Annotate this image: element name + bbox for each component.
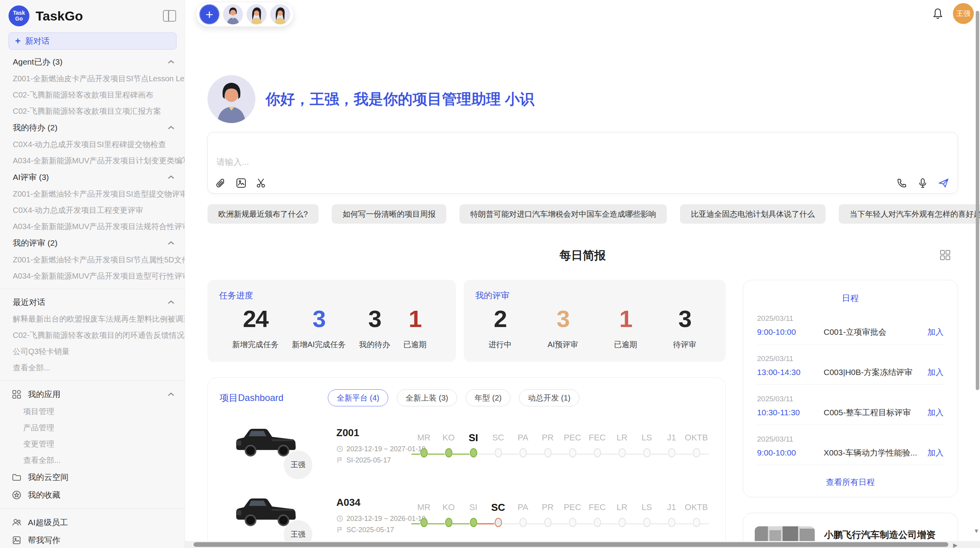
sidebar-item-help-writing[interactable]: 帮我写作 bbox=[0, 531, 185, 548]
suggestion-chip[interactable]: 比亚迪全固态电池计划具体说了什么 bbox=[680, 204, 826, 224]
stat-value: 1 bbox=[614, 304, 637, 334]
sidebar-item[interactable]: 查看全部... bbox=[0, 360, 185, 376]
sidebar-item-favorites[interactable]: 我的收藏 bbox=[0, 486, 185, 504]
sidebar-collapse-icon[interactable] bbox=[163, 10, 176, 22]
section-ai-review[interactable]: AI评审 (3) bbox=[0, 169, 185, 186]
schedule-date: 2025/03/11 bbox=[757, 314, 944, 323]
vertical-scrollbar-thumb[interactable] bbox=[976, 11, 979, 390]
milestone-dot bbox=[544, 518, 552, 527]
agent-avatar-2[interactable] bbox=[247, 4, 267, 24]
sidebar-item-my-apps[interactable]: 我的应用 bbox=[0, 385, 185, 403]
milestone: PR bbox=[535, 499, 560, 531]
section-title: 我的评审 (2) bbox=[13, 238, 58, 248]
suggestion-chip[interactable]: 如何写一份清晰的项目周报 bbox=[332, 204, 446, 224]
sidebar-item[interactable]: A034-全新新能源MUV产品开发项目造型可行性评审 bbox=[0, 268, 185, 284]
send-icon[interactable] bbox=[938, 178, 949, 188]
schedule-name: X003-车辆动力学性能验... bbox=[824, 447, 927, 458]
sidebar-item[interactable]: C02-飞腾新能源轻客改款项目里程碑画布 bbox=[0, 87, 185, 103]
sidebar-app-item[interactable]: 产品管理 bbox=[0, 420, 185, 436]
section-my-review[interactable]: 我的评审 (2) bbox=[0, 235, 185, 252]
stat-item: 3 AI预评审 bbox=[548, 304, 578, 350]
logo-text-top: Task bbox=[13, 10, 25, 16]
join-link[interactable]: 加入 bbox=[927, 367, 944, 378]
sidebar-item[interactable]: A034-全新新能源MUV产品开发项目法规符合性评审 bbox=[0, 218, 185, 235]
sidebar-item-ai-super-staff[interactable]: AI超级员工 bbox=[0, 514, 185, 531]
milestone-label: KO bbox=[436, 499, 461, 516]
agent-avatar-1[interactable] bbox=[223, 4, 243, 24]
join-link[interactable]: 加入 bbox=[927, 407, 944, 418]
chevron-up-icon bbox=[168, 60, 175, 64]
horizontal-scrollbar-thumb[interactable] bbox=[194, 542, 948, 547]
sidebar-item[interactable]: Z001-全新燃油轻卡产品开发项目SI节点属性5D文件评审 bbox=[0, 252, 185, 268]
scissors-icon[interactable] bbox=[256, 178, 267, 188]
sidebar-app-item[interactable]: 查看全部... bbox=[0, 452, 185, 468]
milestone: SI bbox=[461, 499, 486, 531]
schedule-card: 日程 2025/03/11 9:00-10:00 C001-立项审批会 加入 bbox=[743, 280, 958, 497]
sidebar-app-item[interactable]: 项目管理 bbox=[0, 403, 185, 420]
section-my-todo[interactable]: 我的待办 (2) bbox=[0, 119, 185, 136]
paperclip-icon[interactable] bbox=[216, 178, 226, 188]
project-row-z001[interactable]: 王强 Z001 2023-12-19 ~ 2027-01-19 bbox=[219, 415, 714, 476]
agent-avatar-3[interactable] bbox=[270, 4, 290, 24]
schedule-entry: 2025/03/11 10:30-11:30 C005-整车工程目标评审 加入 bbox=[757, 385, 944, 415]
dashboard-tab[interactable]: 全新上装 (3) bbox=[397, 389, 457, 406]
favorites-label: 我的收藏 bbox=[28, 490, 175, 500]
suggestion-chip[interactable]: 特朗普可能对进口汽车增税会对中国车企造成哪些影响 bbox=[459, 204, 667, 224]
milestone-label: FEC bbox=[585, 499, 610, 516]
sidebar-item[interactable]: 公司Q3轻卡销量 bbox=[0, 343, 185, 360]
image-icon[interactable] bbox=[236, 178, 247, 188]
sidebar-item[interactable]: Z001-全新燃油轻卡产品开发项目SI造型提交物评审 bbox=[0, 186, 185, 202]
project-row-a034[interactable]: 王强 A034 2023-12-19 ~ 2026-01-19 bbox=[219, 485, 714, 546]
sidebar-item[interactable]: C02-飞腾新能源轻客改款项目的闭环通告反馈情况 bbox=[0, 327, 185, 343]
vertical-scrollbar[interactable]: ▼ bbox=[975, 0, 979, 541]
view-all-schedule-link[interactable]: 查看所有日程 bbox=[757, 477, 944, 488]
project-code: Z001 bbox=[336, 427, 411, 439]
milestone-dot bbox=[569, 448, 576, 457]
phone-icon[interactable] bbox=[896, 178, 907, 188]
stat-item: 1 已逾期 bbox=[614, 304, 637, 350]
owner-badge: 王强 bbox=[284, 450, 312, 479]
stat-item: 3 待评审 bbox=[673, 304, 696, 350]
user-avatar[interactable]: 王强 bbox=[953, 3, 974, 24]
dashboard-tab[interactable]: 年型 (2) bbox=[466, 389, 511, 406]
bell-icon[interactable] bbox=[932, 7, 944, 20]
scroll-down-arrow[interactable]: ▼ bbox=[973, 527, 979, 534]
sidebar-item[interactable]: Z001-全新燃油皮卡产品开发项目SI节点Lesson Learn报告 bbox=[0, 70, 185, 87]
join-link[interactable]: 加入 bbox=[927, 327, 944, 337]
sidebar-item[interactable]: A034-全新新能源MUV产品开发项目计划变更类编写 bbox=[0, 152, 185, 169]
microphone-icon[interactable] bbox=[917, 178, 928, 188]
project-info: A034 2023-12-19 ~ 2026-01-19 SC-2025-05-… bbox=[336, 497, 411, 534]
input-right-tools bbox=[896, 178, 949, 188]
schedule-name: C005-整车工程目标评审 bbox=[824, 407, 927, 418]
dashboard-tab[interactable]: 动总开发 (1) bbox=[519, 389, 579, 406]
join-link[interactable]: 加入 bbox=[927, 447, 944, 458]
input-left-tools bbox=[216, 178, 267, 188]
image-icon bbox=[12, 535, 22, 545]
sidebar-item[interactable]: C0X4-动力总成开发项目工程变更评审 bbox=[0, 202, 185, 218]
section-recent-chats[interactable]: 最近对话 bbox=[0, 294, 185, 311]
layout-grid-icon[interactable] bbox=[939, 249, 951, 261]
new-chat-button[interactable]: + 新对话 bbox=[9, 33, 176, 50]
section-agent-done[interactable]: Agent已办 (3) bbox=[0, 53, 185, 70]
stat-value: 24 bbox=[232, 304, 279, 334]
suggestion-chip[interactable]: 欧洲新规最近颁布了什么? bbox=[207, 204, 319, 224]
scroll-right-arrow[interactable]: ▶ bbox=[953, 542, 958, 548]
sidebar-item[interactable]: C0X4-动力总成开发项目SI里程碑提交物检查 bbox=[0, 136, 185, 152]
dashboard-tab[interactable]: 全新平台 (4) bbox=[328, 389, 388, 406]
suggestion-chip[interactable]: 当下年轻人对汽车外观有怎样的喜好趋势 bbox=[839, 204, 980, 224]
stat-item: 1 已逾期 bbox=[403, 304, 427, 350]
sidebar-item-cloud-space[interactable]: 我的云空间 bbox=[0, 468, 185, 486]
milestone-label: SI bbox=[461, 499, 486, 516]
horizontal-scrollbar[interactable]: ▶ bbox=[185, 541, 980, 548]
chat-input[interactable]: 请输入... bbox=[207, 132, 958, 194]
logo-text-bottom: Go bbox=[15, 16, 22, 22]
sidebar-item[interactable]: 解释最新出台的欧盟报废车法规再生塑料比例被调至15%... bbox=[0, 311, 185, 327]
schedule-time: 9:00-10:00 bbox=[757, 327, 824, 337]
project-image: 王强 bbox=[233, 422, 298, 469]
add-agent-button[interactable]: + bbox=[199, 4, 219, 24]
sidebar-app-item[interactable]: 变更管理 bbox=[0, 436, 185, 452]
sidebar-item[interactable]: C02-飞腾新能源轻客改款项目立项汇报方案 bbox=[0, 103, 185, 119]
stat-value: 3 bbox=[673, 304, 696, 334]
stat-label: 已逾期 bbox=[614, 339, 637, 350]
my-review-title: 我的评审 bbox=[475, 290, 706, 301]
